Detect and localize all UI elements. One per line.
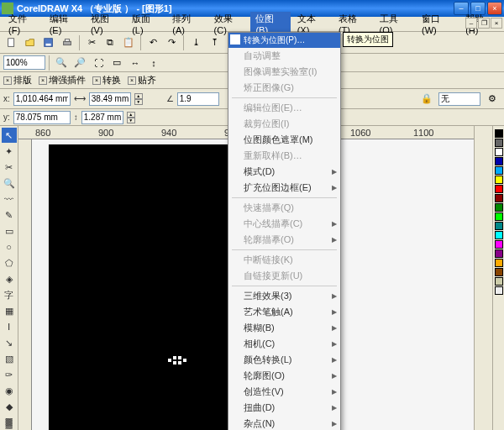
interactive-fill-tool[interactable]: ▓ — [2, 415, 17, 430]
rectangle-tool[interactable]: ▭ — [2, 223, 17, 239]
menu-item-4-3[interactable]: 相机(C)▶ — [228, 336, 340, 352]
docker-panel[interactable] — [474, 126, 492, 430]
doc-close-button[interactable]: × — [491, 18, 502, 29]
export-button[interactable]: ⤒ — [206, 34, 223, 51]
dim-tool[interactable]: Ⅰ — [2, 319, 17, 334]
zoom-fit-icon[interactable]: ⛶ — [90, 55, 107, 71]
shape-tool[interactable]: ✦ — [2, 144, 17, 159]
plugin-tab-3[interactable]: ×贴齐 — [128, 74, 156, 87]
basic-shapes-tool[interactable]: ◈ — [2, 271, 17, 286]
spin-down[interactable]: ▼ — [134, 99, 143, 105]
spin-up[interactable]: ▲ — [134, 93, 143, 99]
doc-minimize-button[interactable]: – — [465, 18, 477, 29]
crop-tool[interactable]: ✂ — [2, 160, 17, 175]
menu-item-1-4[interactable]: 模式(D)▶ — [228, 164, 340, 180]
dropdown-header[interactable]: 转换为位图(P)… — [228, 33, 340, 48]
redo-button[interactable]: ↷ — [163, 34, 180, 51]
color-swatch-3[interactable] — [495, 157, 503, 165]
color-swatch-0[interactable] — [495, 129, 503, 138]
effects-tool[interactable]: ▧ — [2, 351, 17, 366]
cut-button[interactable]: ✂ — [83, 34, 100, 51]
plugin-tab-2[interactable]: ×转换 — [92, 74, 121, 87]
menu-item-label: 中心线描摹(C) — [244, 218, 302, 230]
w-input[interactable] — [89, 92, 131, 106]
tab-close-icon[interactable]: × — [3, 76, 12, 85]
color-swatch-14[interactable] — [495, 259, 503, 267]
menu-0[interactable]: 文件(F) — [3, 12, 43, 36]
color-swatch-9[interactable] — [495, 212, 503, 221]
connector-tool[interactable]: ↘ — [2, 335, 17, 350]
color-swatch-12[interactable] — [495, 240, 503, 249]
pick-tool[interactable]: ↖ — [2, 128, 17, 143]
import-button[interactable]: ⤓ — [187, 34, 204, 51]
menu-3[interactable]: 版面(L) — [127, 12, 165, 36]
zoom-out-icon[interactable]: 🔎 — [71, 55, 88, 71]
menu-1[interactable]: 编辑(E) — [45, 12, 84, 36]
color-swatch-4[interactable] — [495, 166, 503, 175]
open-button[interactable] — [22, 34, 39, 51]
eyedrop-tool[interactable]: ✑ — [2, 367, 17, 382]
copy-button[interactable]: ⧉ — [102, 34, 118, 51]
doc-restore-button[interactable]: ❐ — [478, 18, 490, 29]
menu-item-4-8[interactable]: 杂点(N)▶ — [228, 416, 340, 430]
ellipse-tool[interactable]: ○ — [2, 239, 17, 254]
menu-item-1-2[interactable]: 位图颜色遮罩(M) — [228, 132, 340, 148]
fill-tool[interactable]: ◆ — [2, 399, 17, 414]
tab-close-icon[interactable]: × — [39, 76, 47, 85]
zoom-select[interactable] — [3, 55, 45, 70]
angle-input[interactable] — [177, 92, 219, 106]
fill-select[interactable] — [438, 92, 480, 106]
tab-close-icon[interactable]: × — [92, 76, 101, 85]
menu-item-4-6[interactable]: 创造性(V)▶ — [228, 384, 340, 400]
color-swatch-17[interactable] — [495, 286, 503, 295]
undo-button[interactable]: ↶ — [144, 34, 161, 51]
zoom-page-icon[interactable]: ▭ — [108, 55, 125, 71]
table-tool[interactable]: ▦ — [2, 303, 17, 318]
menu-item-4-4[interactable]: 颜色转换(L)▶ — [228, 352, 340, 368]
spin-up2[interactable]: ▲ — [127, 112, 135, 118]
paste-button[interactable]: 📋 — [120, 34, 137, 51]
x-input[interactable] — [13, 92, 71, 106]
color-swatch-13[interactable] — [495, 249, 503, 258]
menu-2[interactable]: 视图(V) — [86, 12, 125, 36]
color-swatch-5[interactable] — [495, 176, 503, 184]
menu-item-4-5[interactable]: 轮廓图(O)▶ — [228, 368, 340, 384]
page-object[interactable] — [49, 144, 250, 430]
menu-item-1-5[interactable]: 扩充位图边框(E)▶ — [228, 180, 340, 196]
plugin-tab-1[interactable]: ×增强插件 — [39, 74, 86, 87]
zoom-width-icon[interactable]: ↔ — [127, 55, 144, 71]
menu-item-4-1[interactable]: 艺术笔触(A)▶ — [228, 304, 340, 320]
options-icon[interactable]: ⚙ — [484, 91, 501, 108]
outline-tool[interactable]: ◉ — [2, 383, 17, 398]
spin-down2[interactable]: ▼ — [127, 118, 135, 123]
color-swatch-6[interactable] — [495, 185, 503, 193]
lock-icon[interactable]: 🔒 — [418, 91, 435, 108]
new-button[interactable] — [3, 34, 20, 51]
print-button[interactable] — [59, 34, 76, 51]
color-swatch-16[interactable] — [495, 277, 503, 286]
menu-10[interactable]: 窗口(W) — [417, 12, 459, 36]
y-input[interactable] — [13, 111, 71, 124]
color-swatch-2[interactable] — [495, 148, 503, 156]
zoom-height-icon[interactable]: ↕ — [145, 55, 162, 71]
text-tool[interactable]: 字 — [2, 287, 17, 302]
zoom-tool[interactable]: 🔍 — [2, 176, 17, 191]
color-swatch-10[interactable] — [495, 222, 503, 230]
menu-item-4-7[interactable]: 扭曲(D)▶ — [228, 400, 340, 416]
freehand-tool[interactable]: 〰 — [2, 191, 17, 207]
color-swatch-15[interactable] — [495, 268, 503, 276]
h-input[interactable] — [81, 111, 123, 124]
menu-item-4-0[interactable]: 三维效果(3)▶ — [228, 288, 340, 304]
polygon-tool[interactable]: ⬠ — [2, 255, 17, 270]
tab-close-icon[interactable]: × — [128, 76, 136, 85]
color-swatch-7[interactable] — [495, 194, 503, 202]
zoom-in-icon[interactable]: 🔍 — [53, 55, 70, 71]
save-button[interactable] — [40, 34, 57, 51]
color-swatch-11[interactable] — [495, 231, 503, 239]
smart-tool[interactable]: ✎ — [2, 207, 17, 223]
plugin-tab-0[interactable]: ×排版 — [3, 74, 32, 87]
color-swatch-1[interactable] — [495, 139, 503, 147]
menu-item-4-2[interactable]: 模糊(B)▶ — [228, 320, 340, 336]
menu-4[interactable]: 排列(A) — [167, 12, 207, 36]
color-swatch-8[interactable] — [495, 203, 503, 212]
